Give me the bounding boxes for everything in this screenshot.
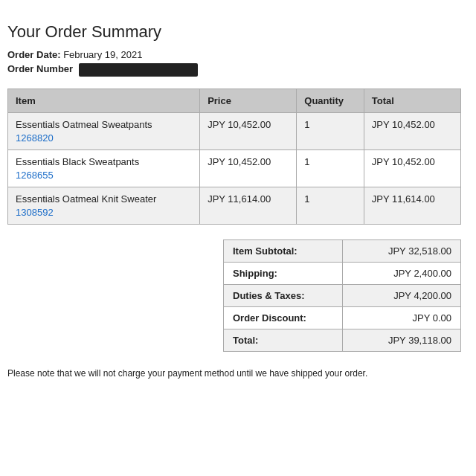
table-cell-price: JPY 11,614.00: [200, 187, 297, 225]
item-link[interactable]: 1268655: [16, 170, 192, 181]
table-cell-quantity: 1: [297, 150, 364, 187]
summary-table: Item Subtotal:JPY 32,518.00Shipping:JPY …: [223, 239, 461, 352]
table-cell-item: Essentials Oatmeal Sweatpants1268820: [8, 113, 200, 150]
order-number-redacted: [79, 63, 198, 77]
order-number: Order Number: [7, 63, 461, 77]
summary-label: Duties & Taxes:: [224, 285, 343, 307]
item-link[interactable]: 1308592: [16, 207, 192, 218]
table-cell-total: JPY 11,614.00: [364, 187, 460, 225]
table-cell-item: Essentials Oatmeal Knit Sweater1308592: [8, 187, 200, 225]
summary-row: Item Subtotal:JPY 32,518.00: [224, 240, 461, 263]
page-title: Your Order Summary: [7, 22, 461, 42]
summary-row: Total:JPY 39,118.00: [224, 329, 461, 352]
summary-label: Item Subtotal:: [224, 240, 343, 263]
col-header-total: Total: [364, 89, 460, 113]
table-cell-total: JPY 10,452.00: [364, 150, 460, 187]
table-row: Essentials Black Sweatpants1268655JPY 10…: [8, 150, 461, 187]
order-summary-section: Item Subtotal:JPY 32,518.00Shipping:JPY …: [7, 239, 461, 352]
summary-value: JPY 4,200.00: [343, 285, 461, 307]
col-header-price: Price: [200, 89, 297, 113]
order-number-label: Order Number: [7, 63, 73, 74]
table-cell-price: JPY 10,452.00: [200, 113, 297, 150]
summary-row: Order Discount:JPY 0.00: [224, 307, 461, 329]
order-date-value: February 19, 2021: [63, 49, 142, 60]
table-row: Essentials Oatmeal Knit Sweater1308592JP…: [8, 187, 461, 225]
order-items-table: Item Price Quantity Total Essentials Oat…: [7, 89, 461, 225]
item-name: Essentials Oatmeal Sweatpants: [16, 119, 152, 130]
summary-value: JPY 2,400.00: [343, 263, 461, 285]
item-name: Essentials Black Sweatpants: [16, 156, 139, 167]
col-header-item: Item: [8, 89, 200, 113]
summary-value: JPY 39,118.00: [343, 329, 461, 352]
table-cell-price: JPY 10,452.00: [200, 150, 297, 187]
table-cell-quantity: 1: [297, 187, 364, 225]
table-header-row: Item Price Quantity Total: [8, 89, 461, 113]
table-cell-item: Essentials Black Sweatpants1268655: [8, 150, 200, 187]
table-cell-total: JPY 10,452.00: [364, 113, 460, 150]
table-cell-quantity: 1: [297, 113, 364, 150]
summary-value: JPY 0.00: [343, 307, 461, 329]
table-row: Essentials Oatmeal Sweatpants1268820JPY …: [8, 113, 461, 150]
summary-label: Order Discount:: [224, 307, 343, 329]
footer-note: Please note that we will not charge your…: [7, 368, 461, 379]
item-name: Essentials Oatmeal Knit Sweater: [16, 193, 156, 205]
summary-value: JPY 32,518.00: [343, 240, 461, 263]
order-date: Order Date: February 19, 2021: [7, 49, 461, 60]
summary-row: Shipping:JPY 2,400.00: [224, 263, 461, 285]
order-date-label: Order Date:: [7, 49, 61, 60]
summary-label: Total:: [224, 329, 343, 352]
item-link[interactable]: 1268820: [16, 132, 192, 144]
summary-label: Shipping:: [224, 263, 343, 285]
summary-row: Duties & Taxes:JPY 4,200.00: [224, 285, 461, 307]
col-header-quantity: Quantity: [297, 89, 364, 113]
